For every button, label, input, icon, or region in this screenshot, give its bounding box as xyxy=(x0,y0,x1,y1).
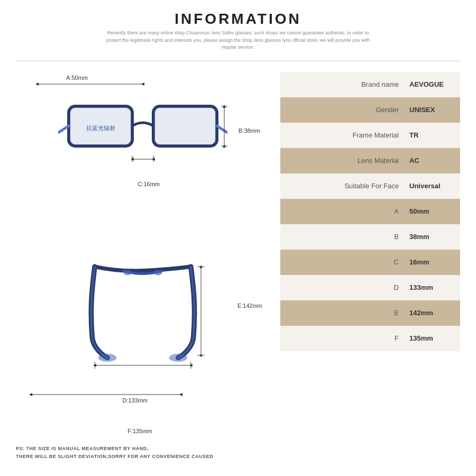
spec-row-4: Suitable For FaceUniversal xyxy=(280,173,460,199)
spec-value-2: TR xyxy=(409,131,452,139)
top-view: A:50mm xyxy=(16,72,270,188)
dim-d-label: D:133mm xyxy=(123,397,148,404)
spec-value-7: 16mm xyxy=(409,258,452,266)
spec-value-8: 133mm xyxy=(409,283,452,291)
divider xyxy=(16,61,460,61)
spec-label-8: D xyxy=(289,283,409,291)
footer-line2: THERE WILL BE SLIGHT DEVIATION,SORRY FOR… xyxy=(16,453,270,460)
spec-label-10: F xyxy=(289,334,409,342)
dim-a-label: A:50mm xyxy=(66,75,88,81)
spec-row-0: Brand nameAEVOGUE xyxy=(280,72,460,97)
header-subtitle: Recently there are many online shop Chua… xyxy=(106,30,370,51)
d-arrow xyxy=(26,389,185,400)
spec-row-2: Frame MaterialTR xyxy=(280,123,460,148)
dim-e-label: E:142mm xyxy=(237,303,262,309)
spec-row-9: E142mm xyxy=(280,300,460,326)
spec-label-7: C xyxy=(289,258,409,266)
spec-label-2: Frame Material xyxy=(289,131,409,139)
spec-value-1: UNISEX xyxy=(409,106,452,114)
spec-row-10: F135mm xyxy=(280,326,460,351)
spec-row-8: D133mm xyxy=(280,275,460,300)
bottom-view: D:133mm xyxy=(16,194,270,437)
page: INFORMATION Recently there are many onli… xyxy=(0,0,476,476)
spec-label-6: B xyxy=(289,233,409,241)
footer-note: PS: THE SIZE IS MANUAL MEASUREMENT BY HA… xyxy=(16,445,270,460)
spec-label-1: Gender xyxy=(289,106,409,114)
a-arrow xyxy=(32,78,148,90)
right-panel: Brand nameAEVOGUEGenderUNISEXFrame Mater… xyxy=(280,67,460,466)
spec-value-10: 135mm xyxy=(409,334,452,342)
svg-point-16 xyxy=(154,270,162,276)
spec-label-4: Suitable For Face xyxy=(289,182,409,190)
spec-row-3: Lens MaterialAC xyxy=(280,148,460,173)
footer-line1: PS: THE SIZE IS MANUAL MEASUREMENT BY HA… xyxy=(16,445,270,452)
spec-row-7: C16mm xyxy=(280,250,460,275)
main-content: A:50mm xyxy=(16,67,460,466)
glasses-bottom-svg xyxy=(63,257,222,373)
dim-b-label: B:38mm xyxy=(239,127,260,134)
dim-f-label: F:135mm xyxy=(127,428,152,434)
spec-value-9: 142mm xyxy=(409,309,452,317)
spec-value-4: Universal xyxy=(409,182,452,190)
spec-label-9: E xyxy=(289,309,409,317)
header: INFORMATION Recently there are many onli… xyxy=(16,11,460,51)
svg-rect-6 xyxy=(154,107,216,145)
dim-c-label: C:16mm xyxy=(138,181,160,187)
spec-row-5: A50mm xyxy=(280,199,460,224)
spec-row-6: B38mm xyxy=(280,224,460,250)
spec-label-3: Lens Material xyxy=(289,157,409,164)
spec-value-3: AC xyxy=(409,157,452,164)
left-panel: A:50mm xyxy=(16,67,270,466)
spec-value-0: AEVOGUE xyxy=(409,80,452,88)
svg-text:抗蓝光辐射: 抗蓝光辐射 xyxy=(86,125,115,131)
spec-value-5: 50mm xyxy=(409,207,452,215)
page-title: INFORMATION xyxy=(16,11,460,28)
svg-point-15 xyxy=(124,270,132,276)
glasses-front-svg: 抗蓝光辐射 xyxy=(58,88,227,172)
spec-value-6: 38mm xyxy=(409,233,452,241)
spec-row-1: GenderUNISEX xyxy=(280,97,460,123)
spec-label-5: A xyxy=(289,207,409,215)
spec-label-0: Brand name xyxy=(289,80,409,88)
